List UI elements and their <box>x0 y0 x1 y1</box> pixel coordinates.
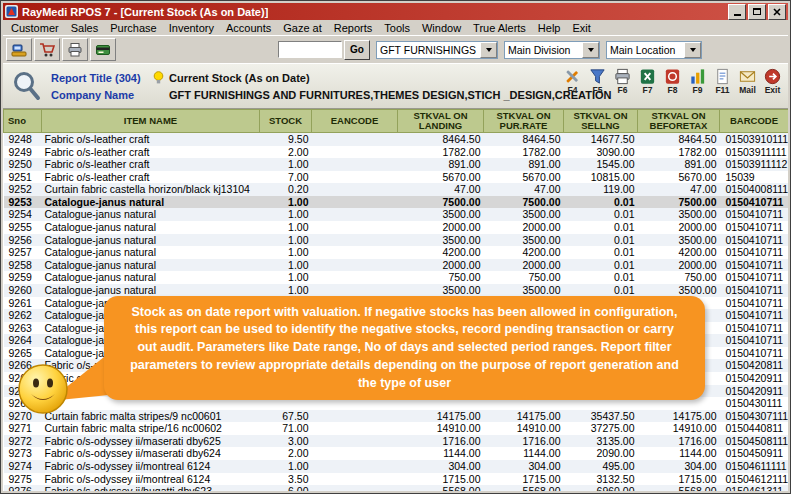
cell-stkval-purrate: 1144.00 <box>484 447 564 460</box>
configure-action-button[interactable]: F4 <box>560 67 585 95</box>
division-filter-dropdown[interactable]: Main Division <box>504 41 600 59</box>
column-header-stkval-landing[interactable]: STKVAL ON LANDING <box>398 110 484 133</box>
chart-icon <box>688 67 707 86</box>
table-row[interactable]: 9272 Fabric o/s-odyssey ii/maserati dby6… <box>4 435 789 448</box>
sales-cart-button[interactable] <box>34 38 60 61</box>
app-window: RayMedi RPOS 7 - [Current Stock (As on D… <box>0 0 791 494</box>
column-header-stkval-beforetax[interactable]: STKVAL ON BEFORETAX <box>638 110 720 133</box>
export-excel-button[interactable]: F7 <box>635 67 660 95</box>
notes-action-button[interactable]: F11 <box>710 67 735 95</box>
column-header-stock[interactable]: STOCK <box>260 110 312 133</box>
column-header-sno[interactable]: Sno <box>4 110 42 133</box>
cell-barcode: 0150410711 <box>720 284 789 297</box>
minimize-icon <box>734 14 741 16</box>
table-row[interactable]: 9253 Catalogue-janus natural 1.00 7500.0… <box>4 196 789 209</box>
table-row[interactable]: 9260 Catalogue-janus natural 1.00 3500.0… <box>4 284 789 297</box>
menu-item[interactable]: Accounts <box>220 22 277 34</box>
menu-item[interactable]: Reports <box>328 22 379 34</box>
print-action-button[interactable]: F6 <box>610 67 635 95</box>
menu-item[interactable]: Purchase <box>104 22 162 34</box>
shopping-cart-icon <box>39 42 55 58</box>
cell-item-name: Catalogue-janus natural <box>42 221 260 234</box>
exit-action-button[interactable]: Exit <box>760 67 785 95</box>
report-actions-toolbar: F4 F5 F6 F7 <box>560 67 785 95</box>
cell-barcode: 01503911111 <box>720 146 789 159</box>
table-row[interactable]: 9257 Catalogue-janus natural 1.00 4200.0… <box>4 246 789 259</box>
table-row[interactable]: 9252 Curtain fabric castella horizon/bla… <box>4 183 789 196</box>
cell-stkval-purrate: 750.00 <box>484 271 564 284</box>
table-row[interactable]: 9273 Fabric o/s-odyssey ii/maserati dby6… <box>4 447 789 460</box>
maximize-button[interactable] <box>748 4 766 20</box>
cell-sno: 9254 <box>4 208 42 221</box>
cell-stkval-landing: 8464.50 <box>398 133 484 146</box>
menu-item[interactable]: Window <box>416 22 467 34</box>
menu-item[interactable]: Exit <box>566 22 596 34</box>
cell-stkval-purrate: 2000.00 <box>484 221 564 234</box>
mail-icon <box>738 67 757 86</box>
menu-item[interactable]: Inventory <box>163 22 220 34</box>
chevron-down-icon <box>480 42 497 58</box>
menu-item[interactable]: Customer <box>5 22 65 34</box>
window-title: RayMedi RPOS 7 - [Current Stock (As on D… <box>22 6 268 18</box>
cell-eancode <box>312 271 398 284</box>
table-row[interactable]: 9249 Fabric o/s-leather craft 2.00 1782.… <box>4 146 789 159</box>
cell-stkval-purrate: 5670.00 <box>484 171 564 184</box>
menu-item[interactable]: True Alerts <box>467 22 532 34</box>
table-row[interactable]: 9250 Fabric o/s-leather craft 1.00 891.0… <box>4 158 789 171</box>
cell-barcode: 0150410711 <box>720 246 789 259</box>
cell-sno: 9275 <box>4 473 42 486</box>
cell-stkval-landing: 7500.00 <box>398 196 484 209</box>
minimize-button[interactable] <box>728 4 746 20</box>
cell-stkval-purrate: 3500.00 <box>484 284 564 297</box>
cell-eancode <box>312 284 398 297</box>
menu-item[interactable]: Sales <box>65 22 105 34</box>
export-pdf-button[interactable]: F8 <box>660 67 685 95</box>
cell-eancode <box>312 473 398 486</box>
column-header-barcode[interactable]: BARCODE <box>720 110 789 133</box>
close-button[interactable] <box>768 4 786 20</box>
table-row[interactable]: 9256 Catalogue-janus natural 1.00 3500.0… <box>4 234 789 247</box>
table-row[interactable]: 9254 Catalogue-janus natural 1.00 3500.0… <box>4 208 789 221</box>
cell-stock: 2.00 <box>260 447 312 460</box>
cell-item-name: Fabric o/s-odyssey ii/maserati dby625 <box>42 435 260 448</box>
chart-action-button[interactable]: F9 <box>685 67 710 95</box>
cell-stock: 1.00 <box>260 460 312 473</box>
column-header-stkval-purrate[interactable]: STKVAL ON PUR.RATE <box>484 110 564 133</box>
cell-sno: 9259 <box>4 271 42 284</box>
table-row[interactable]: 9275 Fabric o/s-odyssey ii/montreal 6124… <box>4 473 789 486</box>
table-row[interactable]: 9255 Catalogue-janus natural 1.00 2000.0… <box>4 221 789 234</box>
menu-item[interactable]: Tools <box>378 22 416 34</box>
column-header-item-name[interactable]: ITEM NAME <box>42 110 260 133</box>
cell-stkval-landing: 891.00 <box>398 158 484 171</box>
go-button[interactable]: Go <box>344 40 370 60</box>
column-header-stkval-sellng[interactable]: STKVAL ON SELLNG <box>564 110 638 133</box>
table-row[interactable]: 9276 Fabric o/s-odyssey ii/bugatti dby62… <box>4 485 789 491</box>
table-row[interactable]: 9259 Catalogue-janus natural 1.00 750.00… <box>4 271 789 284</box>
menu-item[interactable]: Help <box>532 22 567 34</box>
table-row[interactable]: 9251 Fabric o/s-leather craft 7.00 5670.… <box>4 171 789 184</box>
table-row[interactable]: 9248 Fabric o/s-leather craft 9.50 8464.… <box>4 133 789 146</box>
company-filter-dropdown[interactable]: GFT FURNISHINGS <box>376 41 498 59</box>
action-label: Exit <box>765 86 781 95</box>
table-row[interactable]: 9271 Curtain fabric malta stripe/16 nc00… <box>4 422 789 435</box>
table-row[interactable]: 9274 Fabric o/s-odyssey ii/montreal 6124… <box>4 460 789 473</box>
print-receipt-button[interactable] <box>62 38 88 61</box>
cell-stkval-purrate: 8464.50 <box>484 133 564 146</box>
cell-stkval-sellng: 0.01 <box>564 271 638 284</box>
menu-item[interactable]: Gaze at <box>277 22 328 34</box>
table-row[interactable]: 9270 Curtain fabric malta stripes/9 nc00… <box>4 410 789 423</box>
filter-action-button[interactable]: F5 <box>585 67 610 95</box>
pos-register-button[interactable] <box>6 38 32 61</box>
action-label: Mail <box>739 86 756 95</box>
table-row[interactable]: 9258 Catalogue-janus natural 1.00 2000.0… <box>4 259 789 272</box>
column-header-eancode[interactable]: EANCODE <box>312 110 398 133</box>
cell-barcode: 0150410711 <box>720 347 789 360</box>
location-filter-dropdown[interactable]: Main Location <box>606 41 702 59</box>
cell-stkval-beforetax: 304.00 <box>638 460 720 473</box>
cell-stkval-purrate: 3500.00 <box>484 208 564 221</box>
payment-card-button[interactable] <box>90 38 116 61</box>
search-input[interactable] <box>278 41 342 58</box>
mail-action-button[interactable]: Mail <box>735 67 760 95</box>
cell-sno: 9251 <box>4 171 42 184</box>
cell-sno: 9257 <box>4 246 42 259</box>
